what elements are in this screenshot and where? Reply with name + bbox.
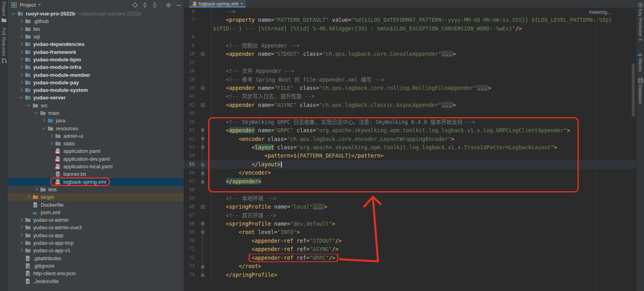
code-editor[interactable]: 6 -->7 <property name="PATTERN_DEFAULT" … [184,8,636,291]
chevron-right-icon[interactable] [18,49,24,55]
tree-row-yudao-ui-app-tmp[interactable]: yudao-ui-app-tmp [8,239,184,247]
code-line-72[interactable]: 72 <appender-ref ref="GRPC"/> [184,254,636,262]
code-line-50[interactable]: 50 <!-- SkyWalking GRPC 日志收集, 实现日志中心。注意:… [184,118,636,126]
chevron-right-icon[interactable] [18,57,24,63]
tree-row-sql[interactable]: sql [8,33,184,40]
fold-open-icon[interactable] [201,145,205,150]
code-line-55[interactable]: 55 </layout> [184,160,636,169]
code-line-20[interactable]: 20 <appender name="FILE" class="ch.qos.l… [184,84,636,92]
code-line-wrap[interactable]: ${PID:- } --- [%thread] [%tid] %-40.40lo… [184,25,636,33]
chevron-right-icon[interactable] [18,26,24,32]
chevron-down-icon[interactable] [41,126,47,131]
chevron-right-icon[interactable] [18,64,24,70]
editor-scrollbar[interactable] [632,63,635,117]
chevron-right-icon[interactable] [18,232,24,238]
tree-row-main[interactable]: main [8,109,184,117]
fold-close-icon[interactable] [201,264,205,268]
chevron-right-icon[interactable] [18,224,24,230]
chevron-right-icon[interactable] [18,72,24,78]
tree-row-yudao-ui-admin[interactable]: yudao-ui-admin [8,216,184,224]
chevron-right-icon[interactable] [26,194,32,200]
tree-row-yudao-module-bpm[interactable]: yudao-module-bpm [8,56,184,63]
chevron-right-icon[interactable] [18,240,24,246]
tab-logback-spring-xml[interactable]: <> logback-spring.xml [189,0,246,8]
tree-row-yudao-dependencies[interactable]: yudao-dependencies [8,40,184,48]
tree-row-application-local-yaml[interactable]: YMLapplication-local.yaml [8,163,184,170]
code-line-54[interactable]: 54 <pattern>${PATTERN_DEFAULT}</pattern> [184,152,636,160]
tree-row-application-dev-yaml[interactable]: YMLapplication-dev.yaml [8,155,184,163]
code-line-7[interactable]: 7 <property name="PATTERN_DEFAULT" value… [184,16,636,24]
code-line-58[interactable]: 58 [184,186,636,194]
code-line-59[interactable]: 59 <!-- 本地环境 --> [184,194,636,203]
code-line-52[interactable]: 52 <encoder class="ch.qos.logback.core.e… [184,135,636,143]
fold-plus-icon[interactable] [201,103,205,107]
tree-row-yudao-server[interactable]: yudao-server [8,94,184,101]
close-icon[interactable] [240,2,243,6]
code-line-6[interactable]: 6 --> [184,8,636,16]
tree-row-bin[interactable]: bin [8,25,184,33]
code-line-53[interactable]: 53 <layout class="org.apache.skywalking.… [184,143,636,152]
tree-row-yudao-module-system[interactable]: yudao-module-system [8,86,184,94]
chevron-right-icon[interactable] [18,41,24,47]
tree-row-admin-ui[interactable]: admin-ui [8,132,184,140]
code-line-41[interactable]: 41 <!-- 异步写入日志, 提升性能 --> [184,92,636,101]
chevron-right-icon[interactable] [18,247,24,253]
tree-row-yudao-ui-app[interactable]: yudao-ui-app [8,232,184,239]
code-line-74[interactable]: 74 </springProfile> [184,271,636,279]
locate-icon[interactable] [131,2,138,8]
code-line-68[interactable]: 68 <springProfile name="dev,default"> [184,220,636,228]
tree-row-target[interactable]: target [8,193,184,201]
toolwindow-button-project[interactable]: Project [0,2,8,23]
chevron-right-icon[interactable] [48,133,54,139]
fold-open-icon[interactable] [201,230,205,235]
fold-close-icon[interactable] [201,179,205,184]
chevron-right-icon[interactable] [48,141,54,146]
chevron-right-icon[interactable] [33,186,39,192]
chevron-right-icon[interactable] [18,80,24,86]
code-line-8[interactable]: 8 [184,33,636,41]
project-panel-title[interactable]: Project [20,2,36,8]
tree-row-yudao-ui-app-v1[interactable]: yudao-ui-app-v1 [8,247,184,254]
fold-close-icon[interactable] [201,162,205,167]
toolwindow-button-key-promoter-x[interactable]: Key Promoter X [636,2,644,41]
chevron-down-icon[interactable] [18,95,24,101]
toolwindow-button-pull-requests[interactable]: Pull Requests [0,28,8,63]
tree-row-yudao-module-infra[interactable]: yudao-module-infra [8,63,184,71]
chevron-right-icon[interactable] [41,118,47,124]
tree-row-test[interactable]: test [8,186,184,193]
code-line-19[interactable]: 19 <!-- 参考 Spring Boot 的 file-appender.x… [184,76,636,84]
tree-row-logback-spring-xml[interactable]: <>logback-spring.xml [8,178,184,186]
fold-open-icon[interactable] [201,128,205,133]
fold-open-icon[interactable] [201,137,205,141]
code-line-49[interactable]: 49 [184,109,636,118]
tree-row-static[interactable]: static [8,140,184,147]
tree-row-resources[interactable]: resources [8,124,184,132]
tree-row--jenkinsfile[interactable]: .Jenkinsfile [8,277,184,285]
hide-icon[interactable] [175,2,181,8]
code-line-73[interactable]: 73 </root> [184,262,636,270]
settings-icon[interactable] [165,2,171,8]
code-line-17[interactable]: 17 [184,59,636,67]
tree-row-dockerfile[interactable]: Dockerfile [8,201,184,208]
toolwindow-button-database[interactable]: Database [636,78,644,104]
fold-plus-icon[interactable] [201,86,205,90]
fold-close-icon[interactable] [201,171,205,175]
tree-row--gitattributes[interactable]: .gitattributes [8,255,184,262]
code-line-60[interactable]: 60 <springProfile name="local"...> [184,203,636,211]
tree-row-application-yaml[interactable]: YMLapplication.yaml [8,147,184,155]
tree-row-yudao-module-pay[interactable]: yudao-module-pay [8,79,184,86]
code-line-51[interactable]: 51 <appender name="GRPC" class="org.apac… [184,126,636,135]
tree-row-yudao-module-member[interactable]: yudao-module-member [8,71,184,78]
code-line-70[interactable]: 70 <appender-ref ref="STDOUT"/> [184,237,636,245]
code-line-69[interactable]: 69 <root level="INFO"> [184,228,636,236]
tree-row-yudao-framework[interactable]: yudao-framework [8,48,184,55]
collapse-all-icon[interactable] [151,2,158,8]
code-line-10[interactable]: 10 <appender name="STDOUT" class="ch.qos… [184,50,636,58]
fold-open-icon[interactable] [201,222,205,226]
chevron-down-icon[interactable] [38,2,42,8]
fold-plus-icon[interactable] [201,52,205,56]
code-line-56[interactable]: 56 </encoder> [184,169,636,177]
chevron-right-icon[interactable] [18,87,24,93]
tree-row-banner-txt[interactable]: banner.txt [8,170,184,178]
fold-plus-icon[interactable] [201,205,205,209]
